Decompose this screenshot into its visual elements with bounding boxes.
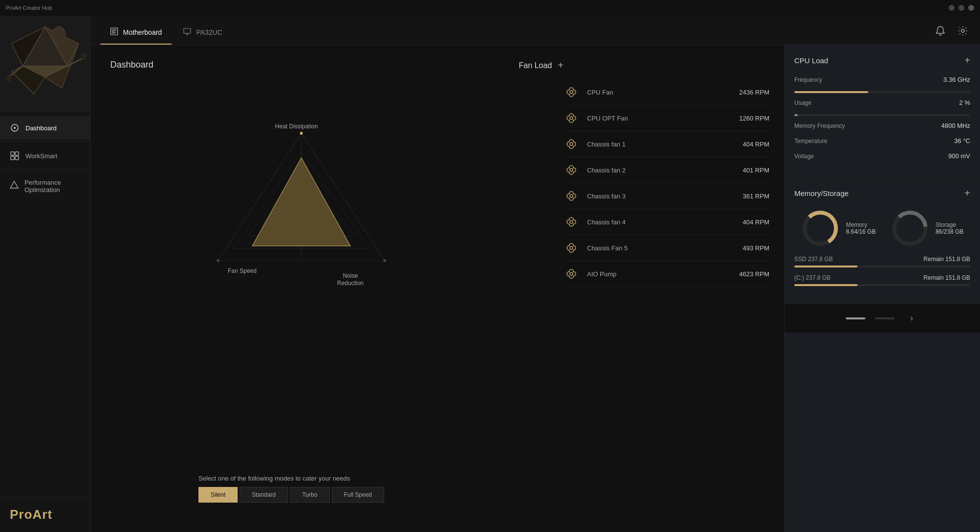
- window-controls[interactable]: [949, 5, 974, 11]
- mode-btn-standard[interactable]: Standard: [240, 487, 288, 503]
- svg-point-10: [81, 52, 87, 60]
- tab-pa32uc[interactable]: PA32UC: [173, 23, 232, 45]
- sidebar: Dashboard WorkSmart: [0, 16, 91, 532]
- dashboard-icon: [10, 123, 20, 133]
- svg-rect-14: [15, 152, 19, 155]
- memory-label: Memory: [846, 221, 876, 228]
- maximize-btn[interactable]: [958, 5, 964, 11]
- mode-btn-silent[interactable]: Silent: [198, 487, 238, 503]
- mem-freq-value: 4800 MHz: [941, 122, 970, 129]
- ssd-remain: Remain 151.8 GB: [924, 256, 970, 263]
- svg-rect-16: [15, 156, 19, 160]
- tab-pa32uc-label: PA32UC: [196, 28, 222, 36]
- svg-rect-19: [112, 29, 114, 31]
- sidebar-logo-area: [0, 16, 90, 111]
- proart-figure-icon: [0, 16, 90, 111]
- tab-motherboard[interactable]: Motherboard: [100, 23, 172, 45]
- fan-rpm-cpu: 2436 RPM: [725, 89, 769, 96]
- sidebar-item-performance[interactable]: Performance Optimization: [0, 172, 90, 200]
- nav-dot-1: [846, 317, 865, 319]
- svg-point-27: [961, 29, 964, 32]
- usage-bar-fill: [794, 114, 798, 116]
- fan-load-add-button[interactable]: +: [558, 60, 564, 71]
- fan-row-chassis2: Chassis fan 2 401 RPM: [564, 157, 769, 183]
- fan-row-aio: AIO Pump 4623 RPM: [564, 261, 769, 287]
- cpu-load-header: CPU Load +: [794, 55, 970, 66]
- c-drive-remain: Remain 151.8 GB: [924, 274, 970, 281]
- sidebar-item-dashboard[interactable]: Dashboard: [0, 116, 90, 140]
- fan-row-cpu-opt: CPU OPT Fan 1260 RPM: [564, 105, 769, 131]
- frequency-label: Frequency: [794, 76, 822, 83]
- memory-value: 8.64/16 GB: [846, 228, 876, 235]
- usage-bar-wrap: [794, 114, 970, 116]
- fan-icon-cpu-opt: [564, 110, 579, 126]
- ssd-label: SSD 237.8 GB: [794, 256, 833, 263]
- close-btn[interactable]: [968, 5, 974, 11]
- c-drive-bar-fill: [794, 284, 858, 286]
- cpu-load-add-button[interactable]: +: [964, 55, 970, 66]
- temp-row: Temperature 36 °C: [794, 137, 970, 145]
- storage-donut-item: Storage 86/238 GB: [890, 209, 963, 248]
- notification-button[interactable]: [933, 24, 948, 41]
- divider-2: [0, 169, 90, 170]
- fan-icon-chassis3: [564, 188, 579, 204]
- svg-rect-15: [11, 156, 14, 160]
- svg-point-31: [570, 169, 573, 171]
- svg-point-29: [570, 117, 573, 120]
- svg-text:Heat Dissipation: Heat Dissipation: [275, 123, 318, 130]
- tab-bar: Motherboard PA32UC: [91, 16, 980, 45]
- fan-load-header-label: Fan Load +: [519, 60, 564, 71]
- frequency-value: 3.36 GHz: [943, 76, 970, 83]
- svg-point-51: [217, 259, 220, 262]
- fan-load-title-label: Fan Load: [519, 61, 552, 70]
- sidebar-item-worksmart[interactable]: WorkSmart: [0, 144, 90, 168]
- settings-button[interactable]: [956, 24, 970, 41]
- memory-storage-header: Memory/Storage +: [794, 188, 970, 199]
- fan-row-chassis1: Chassis fan 1 404 RPM: [564, 131, 769, 157]
- frequency-bar-wrap: [794, 91, 970, 93]
- tab-bar-left: Motherboard PA32UC: [100, 23, 232, 45]
- main-content: Motherboard PA32UC: [91, 16, 980, 532]
- fan-name-chassis1: Chassis fan 1: [587, 141, 717, 148]
- motherboard-icon: [110, 27, 118, 37]
- fan-name-aio: AIO Pump: [587, 270, 717, 278]
- storage-label: Storage: [935, 221, 963, 228]
- svg-point-32: [570, 194, 573, 197]
- fan-icon-chassis4: [564, 214, 579, 230]
- fan-rpm-chassis4: 404 RPM: [725, 218, 769, 226]
- nav-arrow-right[interactable]: ›: [905, 311, 919, 326]
- mem-freq-row: Memory Frequency 4800 MHz: [794, 122, 970, 129]
- svg-marker-44: [252, 158, 350, 246]
- fan-rows-container: CPU Fan 2436 RPM: [564, 79, 769, 287]
- performance-icon: [10, 180, 19, 190]
- fan-icon-chassis5: [564, 240, 579, 256]
- worksmart-icon: [10, 151, 20, 161]
- c-drive-bar: [794, 284, 970, 286]
- svg-rect-13: [11, 152, 14, 155]
- svg-point-49: [300, 132, 303, 135]
- radar-svg: Heat Dissipation Fan Speed Noise Reducti…: [179, 104, 424, 324]
- storage-donut-chart: [890, 209, 930, 248]
- usage-label: Usage: [794, 99, 811, 106]
- voltage-value: 900 mV: [948, 152, 970, 160]
- mode-btn-full-speed[interactable]: Full Speed: [332, 487, 384, 503]
- memory-storage-add-button[interactable]: +: [964, 188, 970, 199]
- fan-name-cpu-opt: CPU OPT Fan: [587, 115, 717, 122]
- fan-icon-chassis1: [564, 136, 579, 152]
- temp-value: 36 °C: [954, 137, 970, 145]
- svg-point-8: [6, 74, 11, 82]
- temp-label: Temperature: [794, 138, 827, 145]
- fan-name-chassis3: Chassis fan 3: [587, 193, 717, 200]
- sidebar-item-dashboard-label: Dashboard: [25, 124, 57, 132]
- mode-btn-turbo[interactable]: Turbo: [290, 487, 330, 503]
- frequency-row: Frequency 3.36 GHz: [794, 76, 970, 83]
- svg-point-28: [570, 91, 573, 94]
- mem-freq-label: Memory Frequency: [794, 122, 845, 129]
- cpu-load-card: CPU Load + Frequency 3.36 GHz Usage 2: [784, 45, 980, 178]
- svg-text:Reduction: Reduction: [337, 280, 364, 287]
- minimize-btn[interactable]: [949, 5, 955, 11]
- svg-point-35: [570, 272, 573, 275]
- fan-modes-prompt: Select one of the following modes to cat…: [198, 475, 384, 482]
- dashboard-title: Dashboard: [110, 60, 764, 70]
- fan-rpm-aio: 4623 RPM: [725, 270, 769, 278]
